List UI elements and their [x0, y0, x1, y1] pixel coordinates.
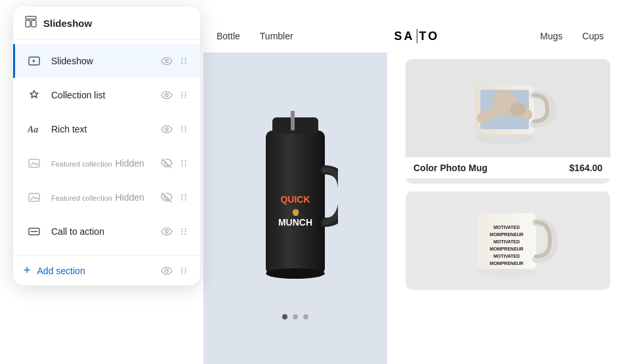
eye-icon[interactable] [161, 55, 173, 67]
nav-link-mugs[interactable]: Mugs [540, 31, 562, 41]
drag-handle-icon-3[interactable] [178, 123, 190, 135]
svg-rect-21 [26, 20, 30, 27]
eye-icon-6[interactable] [161, 226, 173, 237]
svg-point-31 [165, 94, 169, 97]
svg-point-47 [181, 160, 182, 161]
drag-handle-icon-4[interactable] [178, 157, 190, 169]
hero-slideshow: QUICK 🍔 MUNCH [203, 52, 387, 364]
rich-text-actions [161, 123, 190, 135]
sidebar-item-call-to-action[interactable]: Call to action [13, 214, 200, 249]
svg-point-36 [181, 97, 182, 98]
eye-icon-2[interactable] [161, 89, 173, 101]
nav-links-left: Bottle Tumbler [217, 31, 293, 41]
site-logo: SA TO [394, 29, 440, 43]
cta-text: Call to action [51, 226, 154, 237]
featured-2-sublabel: Featured collection [51, 194, 112, 202]
eye-icon-add[interactable] [161, 265, 173, 277]
collection-list-label: Collection list [51, 90, 105, 100]
sidebar-item-featured-2[interactable]: Featured collection Hidden [13, 180, 200, 214]
featured-1-label: Hidden [115, 158, 144, 169]
sidebar-item-featured-1[interactable]: Featured collection Hidden [13, 146, 200, 180]
layout-icon [25, 16, 37, 30]
hero-product: QUICK 🍔 MUNCH [230, 98, 361, 308]
svg-point-48 [185, 160, 186, 161]
drag-handle-icon-6[interactable] [178, 226, 190, 237]
logo-sa: SA [394, 30, 415, 43]
nav-links-right: Mugs Cups [540, 31, 604, 41]
add-icon: + [24, 264, 31, 277]
svg-text:🍔: 🍔 [292, 209, 300, 216]
mug-image-area [406, 59, 610, 157]
svg-point-67 [181, 233, 182, 235]
svg-point-68 [185, 233, 186, 235]
collection-list-actions [161, 89, 190, 101]
featured-2-actions [161, 192, 190, 203]
logo-separator [417, 29, 417, 43]
svg-point-56 [181, 197, 182, 198]
logo-to: TO [419, 30, 440, 43]
slideshow-label: Slideshow [51, 56, 93, 66]
add-section-row[interactable]: + Add section [13, 255, 200, 285]
eye-icon-3[interactable] [161, 123, 173, 135]
drag-handle-icon-2[interactable] [178, 89, 190, 101]
sidebar-items-list: Slideshow Collection list [13, 40, 200, 253]
svg-point-64 [185, 228, 186, 230]
color-photo-mug-image [455, 62, 560, 154]
svg-point-57 [185, 197, 186, 198]
svg-point-34 [181, 94, 182, 96]
tumbler-image: QUICK 🍔 MUNCH [253, 111, 338, 294]
product-price: $164.00 [569, 163, 602, 173]
svg-rect-1 [272, 117, 318, 134]
cta-actions [161, 226, 190, 237]
svg-point-51 [181, 165, 182, 167]
drag-handle-icon-5[interactable] [178, 192, 190, 203]
nav-link-cups[interactable]: Cups [582, 31, 604, 41]
sidebar-item-collection-list[interactable]: Collection list [13, 78, 200, 112]
drag-handle-add[interactable] [178, 265, 190, 277]
eye-off-icon-1[interactable] [161, 157, 173, 169]
svg-point-40 [181, 126, 182, 127]
sidebar-item-slideshow[interactable]: Slideshow [13, 44, 200, 78]
svg-point-55 [185, 194, 186, 195]
slideshow-actions [161, 55, 190, 67]
slideshow-icon [24, 51, 45, 71]
svg-point-11 [510, 103, 526, 116]
sidebar-title: Slideshow [43, 18, 92, 29]
svg-point-58 [181, 199, 182, 201]
svg-point-41 [185, 126, 186, 127]
svg-text:MOMPRENEUR: MOMPRENEUR [490, 232, 523, 237]
featured-icon-1 [24, 153, 45, 174]
svg-point-63 [181, 228, 182, 230]
svg-point-70 [181, 268, 182, 269]
sidebar-item-rich-text[interactable]: Aa Rich text [13, 112, 200, 146]
svg-point-69 [165, 269, 169, 272]
add-section-actions [161, 265, 190, 277]
product-info: Color Photo Mug $164.00 [406, 157, 610, 178]
svg-point-45 [185, 131, 186, 132]
svg-point-44 [181, 131, 182, 132]
cta-label: Call to action [51, 226, 104, 237]
svg-point-26 [185, 58, 186, 59]
svg-rect-22 [32, 20, 36, 27]
rich-text-icon: Aa [24, 119, 45, 140]
svg-point-24 [165, 60, 169, 63]
svg-point-27 [181, 60, 182, 62]
slideshow-text: Slideshow [51, 55, 154, 67]
text-mug-image: MOTIVATED MOMPRENEUR MOTIVATED MOMPRENEU… [455, 195, 560, 287]
drag-handle-icon[interactable] [178, 55, 190, 67]
slideshow-dots [282, 314, 308, 319]
svg-rect-20 [26, 16, 36, 19]
top-nav: Bottle Tumbler SA TO Mugs Cups [203, 20, 617, 52]
svg-text:QUICK: QUICK [280, 194, 310, 205]
svg-point-72 [181, 270, 182, 271]
sidebar-panel: Slideshow Slideshow [13, 7, 200, 285]
svg-point-71 [185, 268, 186, 269]
nav-link-bottle[interactable]: Bottle [217, 31, 240, 41]
eye-off-icon-2[interactable] [161, 192, 173, 203]
text-mug-container: MOTIVATED MOMPRENEUR MOTIVATED MOMPRENEU… [406, 192, 610, 290]
collection-icon [24, 85, 45, 106]
svg-point-49 [181, 163, 182, 164]
featured-icon-2 [24, 187, 45, 208]
svg-text:Aa: Aa [28, 125, 38, 134]
nav-link-tumbler[interactable]: Tumbler [260, 31, 293, 41]
